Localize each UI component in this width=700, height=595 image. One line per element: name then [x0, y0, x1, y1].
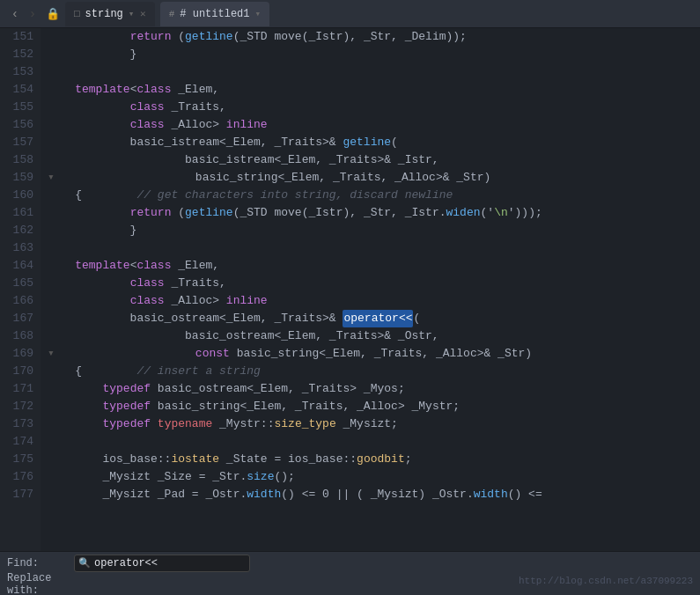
tab-untitled-icon: # — [169, 9, 175, 19]
code-token: typename — [158, 415, 212, 433]
code-token — [48, 415, 102, 433]
line-number: 174 — [0, 433, 33, 451]
line-number: 157 — [0, 134, 33, 151]
code-token: size — [247, 468, 274, 486]
code-line — [48, 63, 693, 81]
code-token: } — [48, 222, 136, 239]
code-token: (_STD move(_Istr), _Str, _Istr. — [233, 204, 446, 222]
code-token: ( — [413, 310, 420, 327]
code-token: inline — [226, 116, 268, 134]
code-token: (); — [274, 468, 294, 486]
code-line: typedef typename _Mystr::size_type _Mysi… — [48, 415, 693, 433]
code-token: _Traits, — [165, 99, 226, 116]
code-token: _Alloc> — [165, 292, 226, 310]
code-line: basic_istream<_Elem, _Traits>& _Istr, — [48, 151, 693, 169]
code-line — [48, 433, 693, 451]
code-token: _Mysizt; — [336, 415, 398, 433]
code-token: '))); — [508, 204, 542, 222]
line-number: 161 — [0, 204, 33, 222]
code-line: basic_ostream<_Elem, _Traits>& _Ostr, — [48, 327, 693, 345]
code-token — [48, 116, 130, 134]
code-token: return — [130, 204, 172, 222]
code-line: { // insert a string — [48, 363, 693, 380]
back-button[interactable]: ‹ — [7, 6, 23, 22]
code-line: class _Traits, — [48, 99, 693, 116]
code-token: typedef — [102, 380, 151, 398]
fold-indicator[interactable]: ▾ — [48, 169, 55, 187]
code-token — [48, 99, 130, 116]
line-number: 171 — [0, 380, 33, 398]
code-token: template — [75, 257, 129, 275]
code-token: ( — [171, 28, 185, 46]
code-line: ios_base::iostate _State = ios_base::goo… — [48, 451, 693, 468]
line-number: 177 — [0, 486, 33, 503]
tab-untitled-close[interactable]: ▾ — [255, 8, 262, 19]
code-token — [48, 257, 75, 275]
code-line: ▾ basic_string<_Elem, _Traits, _Alloc>& … — [48, 169, 693, 187]
code-line: { // get characters into string, discard… — [48, 187, 693, 204]
code-token: getline — [185, 28, 233, 46]
find-input[interactable] — [94, 557, 235, 569]
forward-button[interactable]: › — [25, 6, 41, 22]
code-token: width — [474, 486, 508, 503]
code-token: // insert a string — [136, 363, 260, 380]
tab-string-close[interactable]: ▾ ✕ — [129, 8, 146, 19]
line-number: 158 — [0, 151, 33, 169]
code-line: class _Traits, — [48, 275, 693, 292]
code-token: _Alloc> — [165, 116, 226, 134]
code-token — [48, 292, 130, 310]
tab-string[interactable]: □ string ▾ ✕ — [65, 2, 155, 26]
line-number: 168 — [0, 327, 33, 345]
code-token: basic_ostream<_Elem, _Traits>& — [48, 310, 343, 327]
code-token — [151, 415, 158, 433]
code-line: ▾ const basic_string<_Elem, _Traits, _Al… — [48, 345, 693, 363]
line-number: 173 — [0, 415, 33, 433]
line-number: 166 — [0, 292, 33, 310]
line-number: 163 — [0, 239, 33, 257]
line-number: 170 — [0, 363, 33, 380]
line-number: 164 — [0, 257, 33, 275]
find-bar: Find: 🔍 Replace with: http://blog.csdn.n… — [0, 551, 700, 595]
line-number: 153 — [0, 63, 33, 81]
fold-indicator[interactable]: ▾ — [48, 345, 55, 363]
replace-label: Replace with: — [7, 572, 69, 596]
code-token: width — [247, 486, 281, 503]
code-token: < — [130, 81, 137, 99]
code-token: iostate — [171, 451, 219, 468]
code-content[interactable]: return (getline(_STD move(_Istr), _Str, … — [41, 28, 700, 551]
find-search-icon: 🔍 — [78, 557, 91, 569]
code-area[interactable]: 1511521531541551561571581591601611621631… — [0, 28, 700, 551]
find-row: Find: 🔍 — [7, 555, 693, 572]
code-token: getline — [343, 134, 391, 151]
code-token: basic_istream<_Elem, _Traits>& _Istr, — [48, 151, 439, 169]
line-number: 160 — [0, 187, 33, 204]
code-token: // get characters into string, discard n… — [136, 187, 453, 204]
code-token: basic_istream<_Elem, _Traits>& — [48, 134, 343, 151]
line-number: 162 — [0, 222, 33, 239]
code-token: size_type — [274, 415, 335, 433]
code-token — [58, 345, 195, 363]
code-token: () <= — [508, 486, 542, 503]
line-number: 154 — [0, 81, 33, 99]
code-token: class — [130, 99, 165, 116]
code-token: basic_string<_Elem, _Traits, _Alloc> _My… — [151, 398, 460, 415]
code-line: basic_istream<_Elem, _Traits>& getline( — [48, 134, 693, 151]
lock-icon: 🔒 — [46, 7, 60, 21]
code-token: () <= 0 || ( _Mysizt) _Ostr. — [281, 486, 473, 503]
code-token — [48, 380, 102, 398]
line-number: 155 — [0, 99, 33, 116]
tab-string-label: string — [85, 8, 123, 20]
tab-untitled[interactable]: # # untitled1 ▾ — [160, 2, 269, 26]
line-number: 175 — [0, 451, 33, 468]
code-token: typedef — [102, 415, 151, 433]
code-token: _State = ios_base:: — [219, 451, 357, 468]
code-token: basic_ostream<_Elem, _Traits> _Myos; — [151, 380, 405, 398]
code-token — [48, 275, 130, 292]
code-token: class — [136, 257, 171, 275]
find-input-wrapper[interactable]: 🔍 — [74, 555, 250, 572]
code-token — [48, 81, 75, 99]
code-line: _Mysizt _Pad = _Ostr.width() <= 0 || ( _… — [48, 486, 693, 503]
code-token: const — [195, 345, 230, 363]
code-token: inline — [226, 292, 268, 310]
code-token: return — [130, 28, 172, 46]
